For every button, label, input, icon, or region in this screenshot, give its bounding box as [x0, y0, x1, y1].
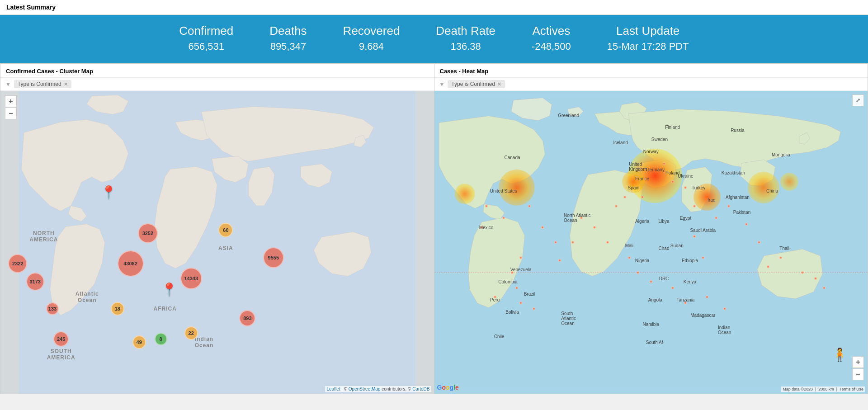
maps-row: Confirmed Cases - Cluster Map ▼ Type is … [0, 63, 868, 394]
heat-dot-26 [814, 277, 817, 280]
heat-map-title: Cases - Heat Map [434, 64, 868, 78]
heat-map-svg [434, 91, 868, 394]
heat-dot-30 [702, 256, 704, 259]
cluster-bubble-893[interactable]: 893 [239, 310, 255, 326]
cluster-bubble-14343[interactable]: 14343 [180, 268, 202, 289]
page-title-bar: Latest Summary [0, 0, 868, 15]
equator-line [434, 273, 868, 273]
heat-dot-27 [823, 287, 826, 289]
cluster-map-title: Confirmed Cases - Cluster Map [0, 64, 434, 78]
cluster-map-zoom-controls: + − [5, 95, 17, 119]
heat-zoom-in-button[interactable]: + [852, 356, 864, 368]
heat-dot-35 [558, 259, 561, 262]
cluster-map-panel: Confirmed Cases - Cluster Map ▼ Type is … [0, 64, 434, 394]
heat-dot-4 [481, 226, 483, 229]
stat-confirmed: Confirmed 656,531 [179, 24, 233, 52]
heat-dot-33 [580, 217, 583, 219]
heat-dot-2 [502, 217, 505, 219]
street-view-icon: 🧍 [832, 347, 848, 362]
heat-dot-42 [723, 307, 726, 310]
heat-dot-39 [671, 287, 674, 289]
heat-dot-10 [519, 302, 522, 304]
heat-dot-1 [528, 205, 531, 207]
cluster-bubble-133[interactable]: 133 [46, 302, 59, 315]
heat-dot-15 [641, 196, 644, 198]
filter-icon: ▼ [5, 80, 11, 88]
stat-actives: Actives -248,500 [532, 24, 571, 52]
heat-dot-32 [593, 226, 596, 229]
heat-dot-21 [727, 205, 730, 207]
cluster-bubble-2322[interactable]: 2322 [8, 254, 27, 273]
cluster-filter-close[interactable]: ✕ [64, 81, 68, 87]
stat-death-rate: Death Rate 136.38 [436, 24, 495, 52]
cluster-bubble-3173[interactable]: 3173 [26, 273, 44, 291]
cluster-bubble-49[interactable]: 49 [132, 335, 146, 349]
heat-map-bg: Greenland Iceland Canada UnitedKingdom S… [434, 91, 868, 394]
heat-dot-9 [515, 287, 518, 289]
terms-of-use[interactable]: Terms of Use [840, 387, 863, 391]
stat-last-update: Last Update 15-Mar 17:28 PDT [607, 24, 689, 52]
cluster-map-container[interactable]: + − NORTHAMERICA ASIA AFRICA AtlanticOce… [0, 91, 434, 394]
heat-map-panel: Cases - Heat Map ▼ Type is Confirmed ✕ [434, 64, 868, 394]
heat-filter-icon: ▼ [439, 80, 445, 88]
cluster-bubble-8[interactable]: 8 [155, 333, 167, 345]
cluster-bubble-3252[interactable]: 3252 [138, 223, 158, 243]
heat-dot-31 [606, 241, 609, 244]
cluster-zoom-out-button[interactable]: − [5, 108, 17, 119]
heat-dot-24 [779, 256, 782, 259]
heat-dot-13 [615, 205, 618, 207]
heat-dot-7 [519, 256, 522, 259]
cluster-bubble-9555[interactable]: 9555 [263, 247, 284, 268]
heat-dot-36 [628, 256, 631, 259]
cluster-zoom-in-button[interactable]: + [5, 95, 17, 107]
heat-dot-5 [541, 226, 544, 229]
heat-dot-40 [684, 302, 687, 304]
google-logo: Google [437, 384, 459, 391]
stat-deaths: Deaths 895,347 [269, 24, 307, 52]
heat-dot-34 [571, 241, 574, 244]
heat-dot-20 [715, 217, 717, 219]
heat-dot-17 [671, 180, 674, 183]
heat-map-container[interactable]: Greenland Iceland Canada UnitedKingdom S… [434, 91, 868, 394]
stat-recovered: Recovered 9,684 [343, 24, 400, 52]
cluster-map-bg: + − NORTHAMERICA ASIA AFRICA AtlanticOce… [0, 91, 434, 394]
heat-dot-18 [684, 186, 687, 189]
heat-dot-6 [554, 241, 557, 244]
heat-dot-3 [485, 205, 488, 207]
stats-banner: Confirmed 656,531 Deaths 895,347 Recover… [0, 15, 868, 63]
heat-dot-16 [663, 162, 665, 165]
heat-dot-23 [758, 241, 760, 244]
heat-dot-22 [745, 223, 748, 226]
heat-dot-12 [533, 307, 535, 310]
cluster-bubble-22[interactable]: 22 [184, 326, 198, 340]
cluster-map-attribution: Leaflet | © OpenStreetMap contributors, … [325, 386, 431, 392]
heat-dot-11 [494, 296, 496, 298]
heat-dot-29 [693, 235, 696, 238]
map-pin-1: 📍 [101, 185, 117, 200]
heat-dot-41 [706, 296, 708, 298]
heat-map-filter-bar: ▼ Type is Confirmed ✕ [434, 78, 868, 91]
cluster-map-svg [0, 91, 434, 394]
heat-map-attribution: Map data ©2020 | 2000 km | Terms of Use [781, 386, 865, 392]
heat-zoom-out-button[interactable]: − [852, 368, 864, 380]
map-pin-2: 📍 [161, 282, 177, 297]
heat-filter-tag[interactable]: Type is Confirmed ✕ [448, 80, 505, 88]
cluster-bubble-18[interactable]: 18 [111, 302, 124, 316]
cluster-map-filter-bar: ▼ Type is Confirmed ✕ [0, 78, 434, 91]
heat-dot-38 [650, 280, 652, 283]
heat-map-zoom-controls: + − [852, 356, 864, 380]
cluster-bubble-43082[interactable]: 43082 [118, 250, 144, 277]
heat-dot-14 [623, 196, 626, 198]
cluster-bubble-245[interactable]: 245 [53, 331, 69, 347]
cluster-filter-tag[interactable]: Type is Confirmed ✕ [14, 80, 71, 88]
heat-filter-close[interactable]: ✕ [497, 81, 501, 87]
heat-dot-28 [767, 265, 769, 268]
cluster-bubble-60[interactable]: 60 [218, 223, 233, 237]
heat-dot-19 [693, 205, 696, 207]
fullscreen-button[interactable]: ⤢ [852, 94, 864, 106]
page-title: Latest Summary [6, 4, 56, 11]
